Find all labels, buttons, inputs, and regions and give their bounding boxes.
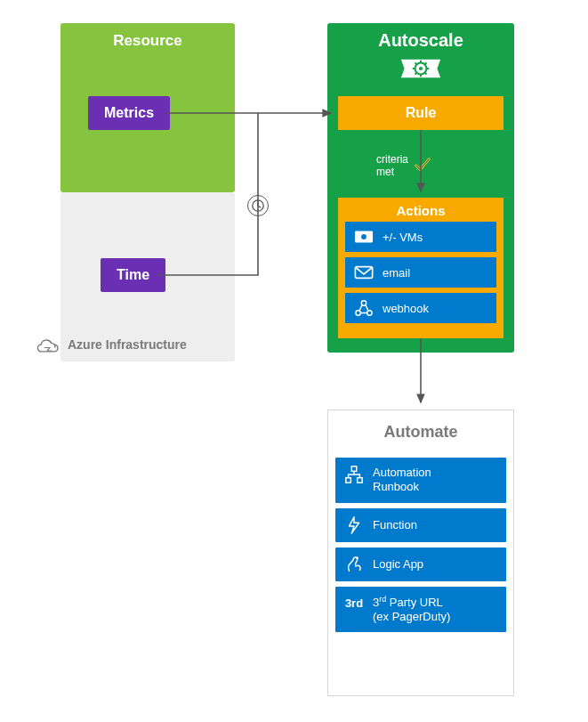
svg-rect-18 bbox=[358, 478, 363, 483]
automate-runbook: AutomationRunbook bbox=[335, 458, 506, 503]
cloud-icon bbox=[36, 337, 60, 353]
azure-infra-text: Azure Infrastructure bbox=[68, 337, 187, 352]
gear-banner-icon bbox=[399, 56, 442, 81]
svg-rect-16 bbox=[351, 466, 357, 472]
criteria-met-label: criteria met bbox=[376, 154, 408, 179]
svg-line-7 bbox=[415, 73, 417, 75]
function-icon bbox=[342, 516, 366, 534]
svg-rect-17 bbox=[346, 478, 351, 483]
svg-point-15 bbox=[367, 311, 372, 315]
automate-function: Function bbox=[335, 508, 506, 542]
check-icon bbox=[413, 155, 432, 178]
logicapp-icon bbox=[342, 556, 366, 573]
action-vms: +/- VMs bbox=[345, 222, 496, 252]
autoscale-title: Autoscale bbox=[327, 23, 514, 51]
svg-line-6 bbox=[425, 73, 427, 75]
rule-box: Rule bbox=[338, 96, 503, 130]
azure-infrastructure-label: Azure Infrastructure bbox=[36, 337, 187, 353]
svg-line-5 bbox=[415, 63, 417, 65]
svg-point-19 bbox=[356, 556, 358, 559]
action-email-label: email bbox=[383, 266, 410, 280]
automate-logicapp-label: Logic App bbox=[373, 557, 423, 571]
action-email: email bbox=[345, 257, 496, 288]
email-icon bbox=[352, 264, 375, 281]
resource-title: Resource bbox=[60, 23, 235, 50]
automate-function-label: Function bbox=[373, 518, 417, 531]
actions-title: Actions bbox=[338, 198, 503, 222]
svg-point-11 bbox=[361, 234, 366, 239]
svg-point-14 bbox=[356, 311, 360, 315]
third-party-icon: 3rd bbox=[342, 595, 366, 612]
vm-icon bbox=[352, 228, 375, 246]
automate-logicapp: Logic App bbox=[335, 548, 506, 581]
time-pill: Time bbox=[101, 258, 165, 292]
actions-box: Actions +/- VMs email webhook bbox=[338, 198, 503, 338]
automate-third-party: 3rd 3rd Party URL(ex PagerDuty) bbox=[335, 587, 506, 633]
clock-icon bbox=[247, 195, 269, 216]
automate-third-party-label: 3rd Party URL(ex PagerDuty) bbox=[373, 595, 450, 625]
automate-box: Automate AutomationRunbook Function bbox=[327, 410, 514, 696]
webhook-icon bbox=[352, 299, 375, 317]
runbook-icon bbox=[342, 466, 366, 483]
automate-title: Automate bbox=[328, 410, 513, 458]
action-webhook: webhook bbox=[345, 293, 496, 323]
action-vms-label: +/- VMs bbox=[383, 231, 423, 244]
action-webhook-label: webhook bbox=[383, 302, 429, 315]
svg-point-9 bbox=[419, 67, 423, 70]
svg-line-8 bbox=[425, 63, 427, 65]
metrics-pill: Metrics bbox=[88, 96, 170, 130]
automate-runbook-label: AutomationRunbook bbox=[373, 466, 431, 495]
